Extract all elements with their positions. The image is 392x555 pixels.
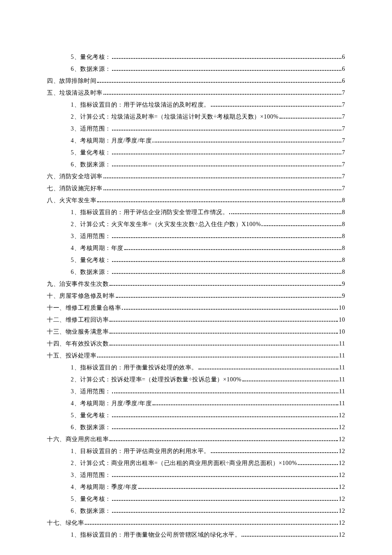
toc-leader-dots xyxy=(112,58,341,59)
toc-entry: 6、数据来源：12 xyxy=(47,421,345,433)
toc-entry-page: 7 xyxy=(342,99,346,111)
toc-entry-page: 7 xyxy=(342,135,346,147)
toc-leader-dots xyxy=(298,464,338,465)
toc-entry: 5、量化考核：12 xyxy=(47,410,345,421)
toc-entry: 五、垃圾清运及时率7 xyxy=(47,87,345,99)
toc-leader-dots xyxy=(242,381,338,381)
toc-entry-page: 7 xyxy=(342,123,346,135)
toc-leader-dots xyxy=(138,488,338,489)
toc-entry-label: 4、考核周期：季度/年度 xyxy=(71,481,138,493)
toc-entry-label: 4、考核周期：月度/季度/年度 xyxy=(71,398,152,410)
toc-entry-label: 1、指标设置目的：用于评估垃圾清运的及时程度。 xyxy=(71,99,210,111)
toc-entry: 六、消防安全培训率7 xyxy=(47,171,345,183)
toc-entry: 4、考核周期：月度/季度/年度11 xyxy=(47,398,345,410)
toc-entry-label: 3、适用范围： xyxy=(71,230,111,242)
toc-entry-page: 12 xyxy=(339,421,345,433)
toc-entry-page: 6 xyxy=(342,51,346,63)
toc-leader-dots xyxy=(124,249,341,250)
toc-leader-dots xyxy=(199,369,338,369)
toc-entry-label: 5、量化考核： xyxy=(71,410,111,421)
toc-leader-dots xyxy=(153,404,338,405)
toc-leader-dots xyxy=(112,273,341,274)
toc-entry: 5、量化考核：8 xyxy=(47,254,345,266)
toc-entry-label: 七、消防设施完好率 xyxy=(47,183,103,195)
toc-entry-label: 5、量化考核： xyxy=(71,493,111,505)
toc-entry-label: 3、适用范围： xyxy=(71,386,111,398)
toc-entry: 2、计算公式：火灾年发生率=（火灾发生次数÷总入住住户数）X100%8 xyxy=(47,218,345,230)
toc-entry-page: 7 xyxy=(342,183,346,195)
toc-entry-page: 7 xyxy=(342,111,346,123)
toc-entry: 4、考核周期：月度/季度/年度7 xyxy=(47,135,345,147)
toc-entry-page: 12 xyxy=(339,457,345,469)
toc-entry: 四、故障排除时间6 xyxy=(47,75,345,87)
toc-entry-label: 4、考核周期：月度/季度/年度 xyxy=(71,135,152,147)
toc-entry-label: 6、数据来源： xyxy=(71,266,111,278)
toc-leader-dots xyxy=(104,94,341,95)
toc-leader-dots xyxy=(112,476,338,477)
toc-entry-label: 十四、年有效投诉次数 xyxy=(47,338,109,350)
toc-entry: 6、数据来源：7 xyxy=(47,159,345,171)
toc-leader-dots xyxy=(104,177,341,178)
toc-entry-page: 9 xyxy=(342,278,346,290)
toc-leader-dots xyxy=(97,357,338,357)
toc-entry-label: 2、计算公式：垃圾清运及时率=（垃圾清运计时天数÷考核期总天数）×100% xyxy=(71,111,279,123)
toc-entry-page: 11 xyxy=(339,362,345,374)
table-of-contents: 5、量化考核：66、数据来源：6四、故障排除时间6五、垃圾清运及时率71、指标设… xyxy=(47,51,345,541)
toc-entry: 十六、商业用房出租率12 xyxy=(47,433,345,445)
toc-entry-page: 11 xyxy=(339,338,345,350)
toc-entry-page: 11 xyxy=(339,350,345,362)
toc-entry: 十一、维修工程质量合格率10 xyxy=(47,302,345,314)
toc-entry-label: 5、量化考核： xyxy=(71,147,111,159)
toc-entry-label: 2、计算公式：投诉处理率=（处理投诉数量÷投诉总量）×100% xyxy=(71,374,242,386)
toc-entry-label: 十一、维修工程质量合格率 xyxy=(47,302,121,314)
toc-entry-label: 四、故障排除时间 xyxy=(47,75,96,87)
toc-leader-dots xyxy=(211,106,341,107)
toc-entry: 八、火灾年发生率8 xyxy=(47,195,345,206)
toc-entry: 6、数据来源：6 xyxy=(47,63,345,75)
toc-entry-page: 8 xyxy=(342,206,346,218)
toc-leader-dots xyxy=(112,392,338,393)
toc-entry-page: 12 xyxy=(339,493,345,505)
toc-entry-label: 5、量化考核： xyxy=(71,254,111,266)
toc-leader-dots xyxy=(262,225,341,226)
toc-entry-page: 12 xyxy=(339,410,345,421)
toc-entry-label: 十、房屋零修急修及时率 xyxy=(47,290,115,302)
toc-entry-page: 12 xyxy=(339,469,345,481)
toc-leader-dots xyxy=(116,297,341,298)
toc-entry-label: 6、数据来源： xyxy=(71,63,111,75)
toc-entry-page: 8 xyxy=(342,218,346,230)
toc-entry-page: 10 xyxy=(339,326,345,338)
toc-leader-dots xyxy=(97,201,341,202)
toc-entry-page: 11 xyxy=(339,398,345,410)
toc-leader-dots xyxy=(97,82,341,83)
toc-entry-label: 十七、绿化率 xyxy=(47,517,84,529)
toc-entry-page: 10 xyxy=(339,314,345,326)
toc-entry: 十五、投诉处理率11 xyxy=(47,350,345,362)
toc-entry-label: 6、数据来源： xyxy=(71,505,111,517)
toc-leader-dots xyxy=(112,237,341,238)
toc-leader-dots xyxy=(229,213,341,214)
toc-entry: 十七、绿化率12 xyxy=(47,517,345,529)
toc-leader-dots xyxy=(112,166,341,166)
toc-leader-dots xyxy=(112,428,338,429)
toc-entry: 十二、维修工程回访率10 xyxy=(47,314,345,326)
toc-entry-page: 11 xyxy=(339,386,345,398)
toc-entry-page: 8 xyxy=(342,254,346,266)
toc-entry: 2、计算公式：投诉处理率=（处理投诉数量÷投诉总量）×100%11 xyxy=(47,374,345,386)
toc-entry: 2、计算公式：垃圾清运及时率=（垃圾清运计时天数÷考核期总天数）×100%7 xyxy=(47,111,345,123)
toc-leader-dots xyxy=(110,440,338,441)
toc-entry-label: 十三、物业服务满意率 xyxy=(47,326,109,338)
toc-entry: 3、适用范围：8 xyxy=(47,230,345,242)
toc-entry-page: 12 xyxy=(339,517,345,529)
toc-entry-label: 2、计算公式：商业用房出租率=（已出租的商业用房面积÷商业用房总面积）×100% xyxy=(71,457,297,469)
toc-entry: 4、考核周期：年度8 xyxy=(47,242,345,254)
toc-entry-page: 12 xyxy=(339,529,345,541)
toc-entry-label: 九、治安事件发生次数 xyxy=(47,278,109,290)
toc-entry: 1、指标设置目的：用于衡量物业公司所管辖区域的绿化水平。12 xyxy=(47,529,345,541)
toc-entry-label: 1、指标设置目的：用于衡量物业公司所管辖区域的绿化水平。 xyxy=(71,529,241,541)
toc-entry: 九、治安事件发生次数9 xyxy=(47,278,345,290)
toc-entry: 1、指标设置目的：用于评估企业消防安全管理工作情况。8 xyxy=(47,206,345,218)
document-page: 5、量化考核：66、数据来源：6四、故障排除时间6五、垃圾清运及时率71、指标设… xyxy=(0,0,392,555)
toc-leader-dots xyxy=(112,130,341,131)
toc-leader-dots xyxy=(104,189,341,190)
